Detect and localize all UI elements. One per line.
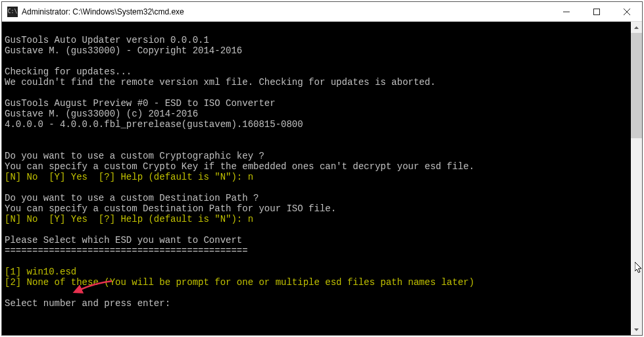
console-line: [N] No [Y] Yes [?] Help (default is "N")… — [5, 214, 628, 224]
console-line — [5, 130, 628, 140]
console-line: Gustave M. (gus33000) - Copyright 2014-2… — [5, 45, 628, 56]
console-line — [5, 256, 628, 267]
console-line: Please Select which ESD you want to Conv… — [5, 235, 628, 246]
console-output[interactable]: GusTools Auto Updater version 0.0.0.1Gus… — [2, 22, 631, 335]
vertical-scrollbar[interactable] — [631, 22, 642, 335]
console-line: Do you want to use a custom Destination … — [5, 193, 628, 203]
console-line: You can specify a custom Destination Pat… — [5, 203, 628, 214]
console-line: GusTools Auto Updater version 0.0.0.1 — [5, 35, 628, 45]
console-line — [5, 56, 628, 66]
console-line: Gustave M. (gus33000) (c) 2014-2016 — [5, 109, 628, 119]
command-prompt-window: C:\ Administrator: C:\Windows\System32\c… — [1, 1, 643, 336]
titlebar[interactable]: C:\ Administrator: C:\Windows\System32\c… — [2, 2, 642, 22]
scrollbar-thumb[interactable] — [631, 33, 642, 138]
console-line: ========================================… — [5, 246, 628, 256]
console-line: 4.0.0.0 - 4.0.0.0.fbl_prerelease(gustave… — [5, 119, 628, 130]
maximize-button[interactable] — [582, 2, 612, 21]
minimize-button[interactable] — [551, 2, 582, 21]
console-line: You can specify a custom Crypto Key if t… — [5, 161, 628, 172]
console-line: Checking for updates... — [5, 66, 628, 77]
window-title: Administrator: C:\Windows\System32\cmd.e… — [22, 7, 551, 16]
console-line: Do you want to use a custom Cryptographi… — [5, 151, 628, 161]
console-line: [N] No [Y] Yes [?] Help (default is "N")… — [5, 172, 628, 182]
window-controls — [551, 2, 642, 21]
console-line: [1] win10.esd — [5, 267, 628, 277]
console-line: Select number and press enter: — [5, 298, 628, 309]
svg-rect-0 — [594, 9, 600, 14]
console-line: GusTools August Preview #0 - ESD to ISO … — [5, 98, 628, 109]
console-line — [5, 88, 628, 98]
close-button[interactable] — [612, 2, 642, 21]
console-line: [2] None of these (You will be prompt fo… — [5, 277, 628, 288]
console-line — [5, 224, 628, 235]
console-line: We couldn't find the remote version xml … — [5, 77, 628, 88]
console-line — [5, 140, 628, 151]
app-icon: C:\ — [7, 7, 18, 17]
console-area: GusTools Auto Updater version 0.0.0.1Gus… — [2, 22, 642, 335]
console-line — [5, 24, 628, 35]
scroll-up-button[interactable] — [631, 22, 642, 33]
console-line — [5, 288, 628, 298]
console-line — [5, 182, 628, 193]
scroll-down-button[interactable] — [631, 324, 642, 335]
